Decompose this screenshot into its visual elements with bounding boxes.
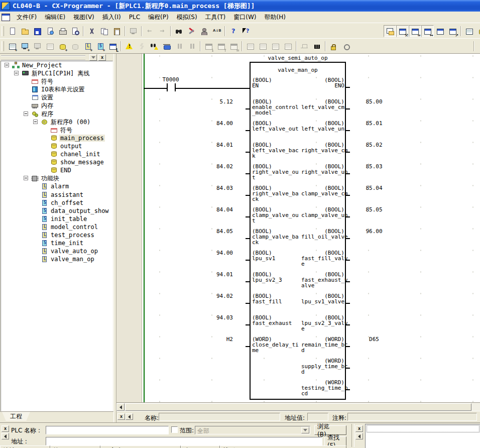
find-panel-collapse-button[interactable]	[2, 433, 9, 439]
toggle-output-window-button[interactable]: ⚒	[396, 25, 409, 37]
save-button[interactable]	[31, 25, 44, 37]
tree-item--[interactable]: 符号	[1, 126, 112, 134]
tree-expand-box[interactable]	[24, 176, 28, 180]
fb-input-param[interactable]: (BOOL)clamp_valve_back	[252, 229, 300, 245]
fb-output-param[interactable]: (WORD)testing_time_bcd	[301, 380, 344, 396]
toggle-watch-window-button[interactable]: ∞	[409, 25, 421, 37]
operand-address[interactable]: 94.03	[182, 315, 233, 320]
watch-window[interactable]	[365, 424, 480, 448]
view-ladder-button[interactable]: ＋	[19, 40, 31, 52]
operand-address[interactable]: 85.04	[356, 185, 392, 191]
watch-collapse-button[interactable]	[355, 433, 363, 439]
fb-output-param[interactable]: (BOOL)fill_oil_valve	[301, 229, 344, 240]
mdi-child-icon[interactable]	[2, 14, 10, 21]
fb-output-param[interactable]: (BOOL)clamp_valve_cm	[301, 185, 344, 196]
menu-file[interactable]: 文件(F)	[13, 12, 41, 23]
tree-item--[interactable]: 设置	[1, 93, 112, 101]
tree-item-chanel_init[interactable]: chanel_init	[1, 150, 112, 158]
online-find-button[interactable]	[148, 40, 161, 52]
fb-output-param[interactable]: (BOOL)fast_fill_valve	[301, 250, 344, 267]
tree-item-init_table[interactable]: init_table	[1, 215, 112, 223]
zoom-out-button[interactable]	[475, 25, 480, 37]
help-button[interactable]	[227, 25, 239, 37]
toolbar-grip[interactable]	[2, 41, 4, 51]
fb-input-param[interactable]: (BOOL)left_valve_back	[252, 142, 300, 159]
fb-input-param[interactable]: (BOOL)fast_fill	[252, 293, 300, 304]
force-off-button[interactable]	[340, 40, 352, 52]
tree-item-end[interactable]: END	[1, 166, 112, 174]
fb-input-param[interactable]: (BOOL)left_valve_out	[252, 121, 300, 132]
tree-item-model_control[interactable]: model_control	[1, 223, 112, 231]
operand-address[interactable]: 85.03	[356, 164, 392, 169]
operand-address[interactable]: 84.05	[182, 229, 233, 234]
operand-address[interactable]: 84.04	[182, 207, 233, 212]
fb-instance-view-button[interactable]: L	[106, 40, 119, 52]
result-column-5[interactable]: 找到	[220, 445, 346, 448]
tree-item-io-[interactable]: IO表和单元设置	[1, 85, 112, 93]
operand-address[interactable]: 85.00	[356, 99, 392, 104]
operand-address[interactable]: 85.02	[356, 142, 392, 148]
print-button[interactable]	[56, 25, 69, 37]
change-all-button[interactable]	[198, 25, 210, 37]
tree-item--0-00-[interactable]: 新程序0 (00)	[1, 118, 112, 126]
scope-combo[interactable]: 全部	[195, 426, 310, 434]
scroll-left-button[interactable]	[116, 403, 125, 411]
view-mnemonics-button[interactable]: ＋	[6, 40, 19, 52]
tab-project[interactable]: 工程	[2, 412, 30, 421]
fb-output-param[interactable]: (BOOL)left_valve_cm	[301, 99, 344, 110]
tree-item--plc1-cp1h-[interactable]: 新PLC1[CP1H] 离线	[1, 69, 112, 77]
tree-item-valve_auto_op[interactable]: valve_auto_op	[1, 247, 112, 255]
find-button[interactable]: 查找(F)	[324, 436, 346, 446]
operand-address[interactable]: 84.02	[182, 164, 233, 169]
tree-item-assistant[interactable]: assistant	[1, 191, 112, 199]
tree-item--[interactable]: 内存	[1, 101, 112, 109]
panel-close-button[interactable]: x	[98, 54, 106, 61]
menu-edit[interactable]: 编辑(E)	[41, 12, 69, 23]
menu-window[interactable]: 窗口(W)	[229, 12, 260, 23]
operand-address[interactable]: 85.05	[356, 207, 392, 212]
tree-expand-box[interactable]	[5, 63, 9, 67]
simulator-online-button[interactable]	[161, 40, 173, 52]
operand-address[interactable]: H2	[182, 337, 233, 342]
fb-input-param[interactable]: (BOOL)clamp_valve_out	[252, 207, 300, 223]
ladder-diagram-area[interactable]: T0000valve_semi_auto_opvalve_man_op(BOOL…	[116, 54, 480, 402]
infobar-close-button[interactable]: x	[117, 413, 125, 420]
menu-help[interactable]: 帮助(H)	[261, 12, 290, 23]
properties-button[interactable]: ↗	[446, 25, 459, 37]
infobar-collapse-button[interactable]	[126, 413, 133, 420]
tree-item--[interactable]: 程序	[1, 110, 112, 118]
context-help-button[interactable]	[239, 25, 252, 37]
tree-expand-box[interactable]	[33, 120, 38, 124]
fb-input-param[interactable]: (BOOL)fast_exhaust	[252, 315, 300, 326]
print-preview-button[interactable]	[69, 25, 81, 37]
scrollbar-thumb[interactable]	[125, 403, 471, 411]
result-column-2[interactable]: 符号	[50, 445, 100, 448]
combo-dropdown-button[interactable]	[301, 427, 309, 433]
panel-menu-button[interactable]	[89, 54, 97, 61]
find-panel-close-button[interactable]: x	[2, 425, 9, 432]
fb-input-param[interactable]: (BOOL)lpu_sv2_3	[252, 272, 300, 283]
tree-item-ch_offset[interactable]: ch_offset	[1, 199, 112, 207]
zoom-in-button[interactable]	[463, 25, 475, 37]
work-online-button[interactable]	[123, 40, 136, 52]
sort-button[interactable]	[210, 25, 223, 37]
fb-input-param[interactable]: (BOOL)right_valve_out	[252, 164, 300, 180]
result-column-1[interactable]: 地址	[0, 445, 50, 448]
fb-output-param[interactable]: (BOOL)fast_exhaust_valve	[301, 272, 344, 288]
tree-item-show_message[interactable]: show_message	[1, 158, 112, 166]
tree-expand-box[interactable]	[14, 71, 19, 75]
tree-item-test_process[interactable]: test_process	[1, 231, 112, 239]
find-button[interactable]	[173, 25, 185, 37]
cycle-time-button[interactable]	[311, 40, 323, 52]
copy-button[interactable]	[98, 25, 110, 37]
menu-plc[interactable]: PLC	[125, 13, 144, 22]
fb-output-param[interactable]: (BOOL)right_valve_un	[301, 164, 344, 175]
watch-empty-row[interactable]	[367, 425, 479, 432]
tree-item--[interactable]: 功能块	[1, 174, 112, 182]
tree-item-new_project[interactable]: New_Project	[1, 61, 112, 69]
menu-view[interactable]: 视图(V)	[69, 12, 98, 23]
menu-tools[interactable]: 工具(T)	[201, 12, 230, 23]
fb-input-param[interactable]: (BOOL)lpu_sv1	[252, 250, 300, 261]
fb-output-param[interactable]: (WORD)remain_time_bcd	[301, 337, 344, 353]
operand-address[interactable]: 84.00	[182, 121, 233, 126]
